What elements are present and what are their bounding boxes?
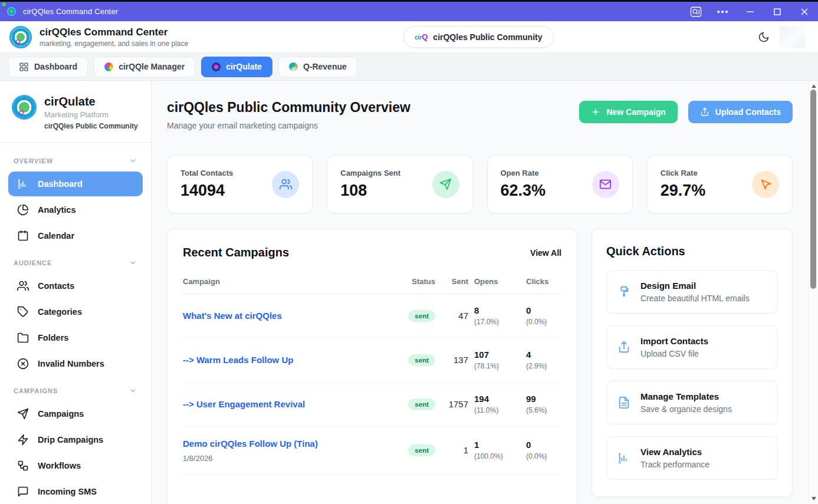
sidebar-item-contacts[interactable]: Contacts — [8, 274, 143, 298]
send-icon — [432, 171, 459, 198]
stat-campaigns-sent: Campaigns Sent 108 — [327, 155, 472, 213]
campaign-name-link[interactable]: What's New at cirQQles — [183, 310, 393, 322]
profile-image[interactable] — [779, 27, 805, 48]
clicks-metric: 4 (2.9%) — [526, 350, 561, 370]
clicks-metric: 0 (0.0%) — [526, 305, 561, 326]
sidebar-item-label: Categories — [38, 307, 82, 317]
stat-value: 108 — [340, 182, 400, 200]
scrollbar-down-arrow[interactable] — [809, 495, 818, 503]
sidebar-item-label: Drip Campaigns — [38, 435, 103, 444]
stat-click-rate: Click Rate 29.7% — [647, 155, 793, 213]
recent-campaigns-title: Recent Campaigns — [183, 246, 289, 259]
tab-cirqqle-manager[interactable]: cirQQle Manager — [94, 57, 195, 77]
quick-action-subtitle: Upload CSV file — [640, 349, 708, 358]
tab-label: Dashboard — [34, 62, 77, 71]
titlebar-search-icon[interactable] — [682, 2, 709, 21]
quick-actions-title: Quick Actions — [606, 245, 778, 258]
sidebar-item-drip-campaigns[interactable]: Drip Campaigns — [8, 427, 143, 452]
upload-icon — [700, 107, 709, 117]
section-audience[interactable]: AUDIENCE — [8, 249, 143, 272]
status-badge: sent — [408, 444, 435, 456]
new-campaign-button[interactable]: New Campaign — [579, 101, 677, 123]
campaign-name-link[interactable]: Demo cirQQles Follow Up (Tina) — [183, 438, 393, 450]
minimize-button[interactable] — [737, 2, 764, 21]
tab-dashboard[interactable]: Dashboard — [8, 57, 88, 77]
status-badge: sent — [408, 354, 435, 366]
chevron-down-icon — [129, 156, 137, 165]
users-icon — [272, 171, 299, 198]
titlebar-more-icon[interactable]: ••• — [709, 2, 737, 21]
opens-metric: 1 (100.0%) — [474, 440, 520, 460]
sidebar-item-dashboard[interactable]: Dashboard — [8, 172, 143, 196]
status-dot — [2, 2, 6, 6]
sidebar-workspace-name: cirQQles Public Community — [44, 122, 138, 130]
workspace-selector[interactable]: cirQ cirQQles Public Community — [403, 26, 554, 48]
scrollbar-up-arrow[interactable] — [809, 82, 818, 90]
section-title: OVERVIEW — [14, 157, 53, 164]
column-clicks: Clicks — [526, 277, 561, 286]
sidebar-item-incoming-sms[interactable]: Incoming SMS — [8, 479, 143, 504]
sidebar-item-campaigns[interactable]: Campaigns — [8, 401, 143, 426]
vertical-scrollbar[interactable] — [808, 81, 818, 504]
sidebar-item-folders[interactable]: Folders — [8, 325, 143, 350]
section-campaigns[interactable]: CAMPAIGNS — [8, 377, 143, 400]
tab-label: Q-Revenue — [303, 62, 347, 71]
quick-action-subtitle: Track performance — [640, 460, 709, 469]
scrollbar-thumb[interactable] — [810, 90, 816, 289]
recent-campaigns-card: Recent Campaigns View All Campaign Statu… — [167, 229, 577, 504]
stat-label: Campaigns Sent — [340, 169, 400, 177]
sidebar-item-invalid-numbers[interactable]: Invalid Numbers — [8, 351, 143, 376]
campaign-name-link[interactable]: --> User Engagement Revival — [183, 398, 393, 410]
quick-action-manage-templates[interactable]: Manage Templates Save & organize designs — [606, 381, 778, 424]
quick-action-view-analytics[interactable]: View Analytics Track performance — [606, 436, 778, 480]
sidebar-item-categories[interactable]: Categories — [8, 299, 143, 324]
button-label: Upload Contacts — [715, 107, 781, 117]
tab-label: cirQQle Manager — [119, 62, 185, 71]
pie-chart-icon — [17, 204, 29, 216]
quick-action-design-email[interactable]: Design Email Create beautiful HTML email… — [606, 270, 778, 314]
section-title: CAMPAIGNS — [14, 387, 58, 394]
chevron-down-icon — [129, 258, 137, 267]
workspace-name: cirQQles Public Community — [433, 32, 542, 42]
campaign-name-link[interactable]: --> Warm Leads Follow Up — [183, 354, 393, 366]
table-row: --> Warm Leads Follow Up sent 137 107 (7… — [183, 338, 561, 383]
sidebar-item-calendar[interactable]: Calendar — [8, 223, 143, 248]
dark-mode-toggle-moon-icon[interactable] — [758, 31, 770, 43]
window-title: cirQQles Command Center — [23, 7, 118, 16]
campaign-date: 1/8/2026 — [183, 454, 393, 463]
clicks-metric: 0 (0.0%) — [526, 440, 561, 460]
stat-total-contacts: Total Contacts 14094 — [167, 155, 313, 213]
sidebar-item-label: Invalid Numbers — [38, 359, 104, 368]
app-logo-icon — [7, 7, 16, 16]
plus-icon — [591, 107, 600, 117]
tab-q-revenue[interactable]: Q-Revenue — [278, 57, 357, 77]
sidebar-item-label: Contacts — [38, 281, 74, 291]
quick-action-import-contacts[interactable]: Import Contacts Upload CSV file — [606, 325, 778, 369]
file-icon — [617, 396, 630, 409]
chevron-down-icon — [129, 386, 137, 395]
sidebar-brand-name: cirQulate — [44, 95, 138, 108]
sidebar-item-label: Folders — [38, 333, 68, 342]
sidebar-item-label: Dashboard — [38, 179, 83, 189]
sidebar-item-label: Campaigns — [38, 409, 84, 419]
section-title: AUDIENCE — [14, 259, 52, 266]
stat-label: Open Rate — [501, 169, 546, 177]
sent-count: 137 — [441, 355, 468, 365]
section-overview[interactable]: OVERVIEW — [8, 147, 143, 170]
upload-contacts-button[interactable]: Upload Contacts — [688, 101, 793, 123]
sidebar-brand-subtitle: Marketing Platform — [44, 110, 138, 119]
tags-icon — [17, 306, 29, 318]
status-badge: sent — [408, 310, 435, 322]
maximize-button[interactable] — [764, 2, 791, 21]
page-subtitle: Manage your email marketing campaigns — [167, 121, 410, 130]
sidebar-item-label: Incoming SMS — [38, 487, 97, 496]
view-all-link[interactable]: View All — [530, 248, 561, 258]
tab-cirqulate[interactable]: cirQulate — [201, 57, 272, 77]
opens-metric: 107 (78.1%) — [474, 350, 520, 370]
bar-chart-icon — [17, 178, 29, 190]
sidebar-item-workflows[interactable]: Workflows — [8, 453, 143, 478]
quick-action-subtitle: Save & organize designs — [640, 404, 732, 414]
sidebar-item-analytics[interactable]: Analytics — [8, 197, 143, 222]
close-button[interactable] — [791, 2, 818, 21]
button-label: New Campaign — [606, 107, 665, 117]
